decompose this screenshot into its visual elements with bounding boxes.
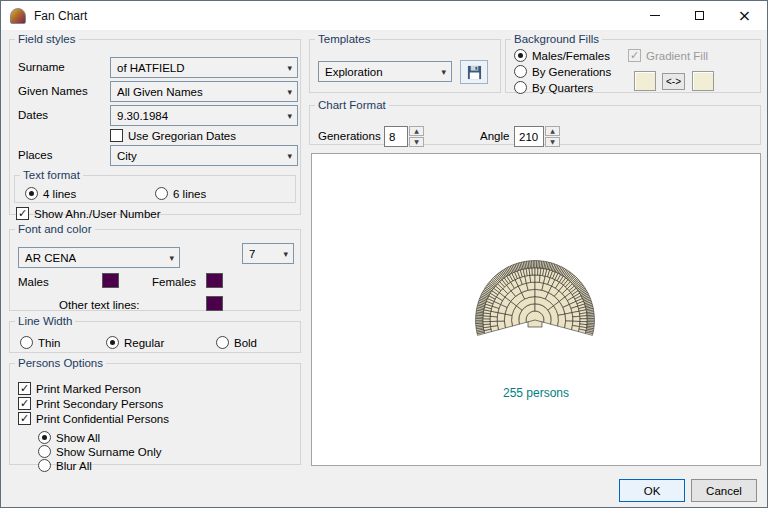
save-template-button[interactable] — [460, 60, 488, 84]
radio-dot — [514, 65, 527, 78]
show-all-radio[interactable]: Show All — [38, 431, 100, 444]
angle-input[interactable]: 210 — [514, 126, 544, 147]
other-text-lines-color-swatch[interactable] — [206, 296, 223, 311]
radio-dot — [38, 445, 51, 458]
places-value: City — [117, 150, 137, 162]
line-width-thin-radio[interactable]: Thin — [20, 336, 60, 349]
print-marked-person-label: Print Marked Person — [36, 383, 141, 395]
surname-select[interactable]: of HATFIELD ▾ — [110, 57, 298, 78]
line-width-label: Line Width — [15, 315, 75, 327]
templates-value: Exploration — [325, 66, 383, 78]
generations-down-button[interactable]: ▼ — [409, 137, 424, 147]
radio-dot — [38, 431, 51, 444]
radio-dot — [25, 187, 38, 200]
font-value: AR CENA — [25, 252, 76, 264]
generations-label: Generations — [318, 130, 381, 142]
persons-options-group: Persons Options ✓ Print Marked Person ✓ … — [9, 357, 301, 465]
angle-spinner: 210 ▲ ▼ — [514, 126, 560, 148]
blur-all-radio[interactable]: Blur All — [38, 459, 92, 472]
minimize-icon — [650, 15, 660, 16]
line-width-bold-radio[interactable]: Bold — [216, 336, 257, 349]
minimize-button[interactable] — [632, 1, 677, 30]
maximize-button[interactable] — [677, 1, 722, 30]
app-icon — [10, 8, 26, 24]
up-arrow-icon: ▲ — [550, 128, 555, 134]
swap-colors-button[interactable]: <-> — [662, 73, 685, 90]
text-format-4-lines-radio[interactable]: 4 lines — [25, 187, 76, 200]
checkbox-check-icon: ✓ — [18, 382, 31, 395]
gradient-fill-checkbox[interactable]: ✓ Gradient Fill — [628, 49, 708, 62]
print-marked-person-checkbox[interactable]: ✓ Print Marked Person — [18, 382, 141, 395]
generations-spinner: 8 ▲ ▼ — [384, 126, 424, 148]
dates-label: Dates — [18, 109, 48, 121]
places-select[interactable]: City ▾ — [110, 145, 298, 166]
text-format-label: Text format — [20, 169, 83, 181]
radio-dot — [216, 336, 229, 349]
font-select[interactable]: AR CENA ▾ — [18, 247, 180, 268]
close-icon: × — [738, 8, 751, 24]
blur-all-label: Blur All — [56, 460, 92, 472]
angle-up-button[interactable]: ▲ — [545, 126, 560, 136]
males-label: Males — [18, 276, 49, 288]
chevron-down-icon: ▾ — [169, 253, 174, 263]
other-text-lines-label: Other text lines: — [59, 299, 140, 311]
chevron-down-icon: ▾ — [283, 249, 288, 259]
checkbox-box — [110, 129, 123, 142]
generations-up-button[interactable]: ▲ — [409, 126, 424, 136]
persons-count-value: 255 — [503, 386, 523, 400]
line-width-regular-label: Regular — [124, 337, 164, 349]
close-button[interactable]: × — [722, 1, 767, 30]
line-width-regular-radio[interactable]: Regular — [106, 336, 164, 349]
generations-input[interactable]: 8 — [384, 126, 408, 147]
angle-down-button[interactable]: ▼ — [545, 137, 560, 147]
caption-buttons: × — [632, 1, 767, 30]
templates-select[interactable]: Exploration ▾ — [318, 61, 452, 82]
surname-label: Surname — [18, 61, 65, 73]
cancel-button[interactable]: Cancel — [691, 479, 757, 502]
by-quarters-label: By Quarters — [532, 82, 593, 94]
text-format-6-lines-label: 6 lines — [173, 188, 206, 200]
fill-color-2-swatch[interactable] — [692, 71, 714, 91]
dates-select[interactable]: 9.30.1984 ▾ — [110, 105, 298, 126]
by-generations-radio[interactable]: By Generations — [514, 65, 611, 78]
fan-chart-preview-image — [312, 154, 760, 465]
chevron-down-icon: ▾ — [287, 63, 292, 73]
use-gregorian-dates-checkbox[interactable]: Use Gregorian Dates — [110, 129, 236, 142]
text-format-6-lines-radio[interactable]: 6 lines — [155, 187, 206, 200]
fill-color-1-swatch[interactable] — [634, 71, 656, 91]
given-names-select[interactable]: All Given Names ▾ — [110, 81, 298, 102]
chart-format-label: Chart Format — [315, 99, 389, 111]
print-secondary-persons-checkbox[interactable]: ✓ Print Secondary Persons — [18, 397, 163, 410]
show-surname-only-label: Show Surname Only — [56, 446, 161, 458]
persons-count-unit: persons — [526, 386, 569, 400]
males-females-radio[interactable]: Males/Females — [514, 49, 610, 62]
checkbox-check-icon: ✓ — [18, 412, 31, 425]
font-and-color-label: Font and color — [15, 223, 95, 235]
field-styles-label: Field styles — [15, 33, 79, 45]
templates-label: Templates — [315, 33, 373, 45]
font-size-select[interactable]: 7 ▾ — [242, 243, 294, 264]
line-width-bold-label: Bold — [234, 337, 257, 349]
females-color-swatch[interactable] — [206, 273, 223, 288]
males-females-label: Males/Females — [532, 50, 610, 62]
show-ahn-user-number-checkbox[interactable]: ✓ Show Ahn./User Number — [16, 207, 161, 220]
print-confidential-persons-checkbox[interactable]: ✓ Print Confidential Persons — [18, 412, 169, 425]
females-label: Females — [152, 276, 196, 288]
males-color-swatch[interactable] — [102, 273, 119, 288]
show-surname-only-radio[interactable]: Show Surname Only — [38, 445, 161, 458]
save-icon — [467, 65, 482, 80]
persons-options-label: Persons Options — [15, 357, 106, 369]
line-width-thin-label: Thin — [38, 337, 60, 349]
up-arrow-icon: ▲ — [414, 128, 419, 134]
radio-dot — [514, 49, 527, 62]
chevron-down-icon: ▾ — [287, 111, 292, 121]
ok-button[interactable]: OK — [619, 479, 685, 502]
given-names-value: All Given Names — [117, 86, 203, 98]
chart-preview-panel: 255 persons — [311, 153, 761, 466]
dates-value: 9.30.1984 — [117, 110, 168, 122]
show-all-label: Show All — [56, 432, 100, 444]
places-label: Places — [18, 149, 53, 161]
angle-label: Angle — [480, 130, 509, 142]
down-arrow-icon: ▼ — [550, 139, 555, 145]
by-quarters-radio[interactable]: By Quarters — [514, 81, 593, 94]
